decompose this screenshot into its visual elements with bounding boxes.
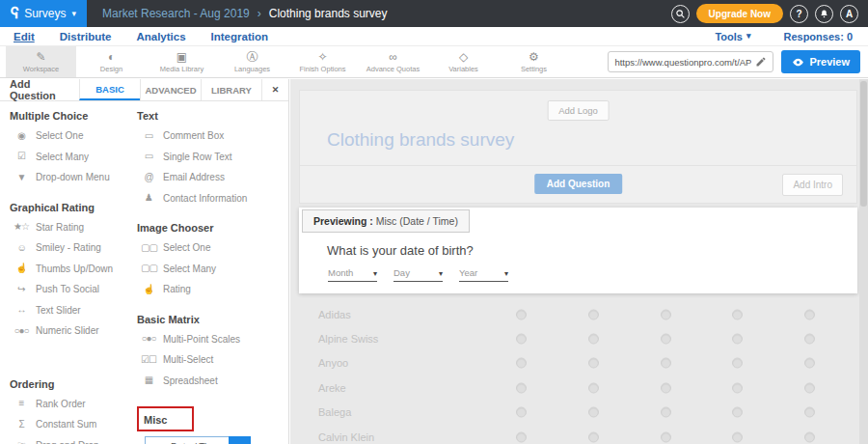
radio-button[interactable]: [588, 334, 599, 345]
question-type-label: Smiley - Rating: [36, 242, 101, 253]
toolbar-item-icon: ∞: [389, 51, 397, 63]
question-type-item[interactable]: ▦ Spreadsheet: [137, 371, 286, 392]
toolbar-item[interactable]: ✎ Workspace: [6, 46, 76, 77]
radio-button[interactable]: [516, 309, 527, 319]
nav-item[interactable]: Analytics: [136, 31, 185, 42]
add-question-button[interactable]: Add Question: [534, 174, 623, 194]
survey-header-card: Add Logo Clothing brands survey Add Ques…: [299, 90, 857, 204]
question-type-item[interactable]: ☞ Drag and Drop: [10, 435, 135, 444]
search-button[interactable]: [671, 5, 690, 23]
question-type-item[interactable]: ≡ Rank Order: [10, 394, 135, 415]
radio-button[interactable]: [804, 407, 815, 418]
radio-button[interactable]: [516, 382, 527, 393]
panel-tab[interactable]: LIBRARY: [201, 79, 261, 100]
preview-button[interactable]: Preview: [781, 50, 860, 73]
avatar[interactable]: A: [840, 5, 858, 23]
radio-button[interactable]: [588, 358, 599, 369]
radio-button[interactable]: [732, 431, 743, 442]
question-type-item[interactable]: ☝ Rating: [137, 279, 286, 300]
question-type-label: Email Address: [163, 172, 225, 182]
radio-button[interactable]: [588, 309, 599, 319]
panel-tab[interactable]: BASIC: [79, 79, 140, 100]
question-type-item[interactable]: Σ Constant Sum: [10, 414, 135, 435]
responses-count[interactable]: Responses: 0: [783, 31, 853, 42]
add-intro-button[interactable]: Add Intro: [782, 174, 843, 196]
question-type-item[interactable]: ☝ Thumbs Up/Down: [10, 259, 135, 280]
question-type-item[interactable]: ☑ Select Many: [10, 147, 135, 168]
nav-item[interactable]: Integration: [211, 31, 268, 42]
survey-url-field[interactable]: https://www.questionpro.com/t/APNrfZ: [608, 51, 773, 72]
radio-button[interactable]: [516, 334, 527, 345]
radio-button[interactable]: [804, 334, 815, 345]
toolbar-item[interactable]: ⚙ Settings: [499, 46, 569, 77]
survey-canvas: Add Logo Clothing brands survey Add Ques…: [290, 79, 868, 444]
radio-button[interactable]: [661, 334, 671, 345]
breadcrumb-folder[interactable]: Market Research - Aug 2019: [102, 7, 250, 20]
matrix-row-label: Adidas: [318, 309, 351, 320]
question-type-item[interactable]: ◉ Select One: [10, 125, 135, 147]
radio-button[interactable]: [661, 358, 671, 369]
tools-menu[interactable]: Tools ▾: [715, 31, 750, 42]
help-button[interactable]: ?: [790, 5, 808, 23]
radio-button[interactable]: [661, 309, 671, 319]
radio-button[interactable]: [732, 382, 743, 393]
question-type-item[interactable]: ○●○ Numeric Slider: [10, 320, 135, 342]
radio-button[interactable]: [732, 407, 743, 418]
radio-button[interactable]: [804, 382, 815, 393]
question-type-date-time[interactable]: ▦ Date / Time +: [145, 436, 251, 444]
radio-button[interactable]: [804, 309, 815, 319]
question-type-item[interactable]: ▢▢ Select Many: [137, 259, 286, 280]
question-type-item[interactable]: @ Email Address: [137, 167, 286, 188]
close-icon[interactable]: ✕: [261, 79, 288, 100]
radio-button[interactable]: [661, 382, 671, 393]
question-type-item[interactable]: ↪ Push To Social: [10, 279, 135, 300]
toolbar-item[interactable]: ∞ Advance Quotas: [358, 46, 428, 77]
question-type-item[interactable]: ♟ Contact Information: [137, 188, 286, 209]
questionpro-logo-icon: Ꭾ: [11, 6, 18, 21]
notifications-button[interactable]: [815, 5, 833, 23]
surveys-menu[interactable]: Ꭾ Surveys ▾: [0, 0, 87, 27]
date-dropdown[interactable]: Year ▾: [459, 267, 508, 282]
radio-button[interactable]: [804, 358, 815, 369]
question-type-item[interactable]: ○●○ Multi-Point Scales: [137, 329, 286, 350]
radio-button[interactable]: [661, 431, 671, 442]
radio-button[interactable]: [732, 334, 743, 345]
radio-button[interactable]: [516, 407, 527, 418]
radio-button[interactable]: [804, 431, 815, 442]
question-type-item[interactable]: ☺ Smiley - Rating: [10, 237, 135, 259]
survey-title[interactable]: Clothing brands survey: [327, 129, 514, 151]
radio-button[interactable]: [516, 431, 527, 442]
question-type-item[interactable]: ▢▢ Select One: [137, 237, 286, 259]
question-type-item[interactable]: ▭ Single Row Text: [137, 147, 286, 168]
radio-button[interactable]: [661, 407, 671, 418]
upgrade-now-button[interactable]: Upgrade Now: [696, 4, 783, 23]
toolbar-item[interactable]: ✧ Finish Options: [287, 46, 358, 77]
radio-button[interactable]: [732, 309, 743, 319]
question-type-item[interactable]: ↔ Text Slider: [10, 300, 135, 321]
date-dropdown[interactable]: Month ▾: [328, 267, 377, 282]
question-types-column-1: Multiple Choice ◉ Select One ☑ Select Ma…: [10, 102, 135, 444]
date-dropdown[interactable]: Day ▾: [393, 267, 443, 282]
radio-button[interactable]: [588, 382, 599, 393]
radio-button[interactable]: [588, 431, 599, 442]
radio-button[interactable]: [732, 358, 743, 369]
radio-button[interactable]: [516, 358, 527, 369]
radio-button[interactable]: [588, 407, 599, 418]
toolbar-item[interactable]: ▣ Media Library: [147, 46, 217, 77]
question-type-item[interactable]: ▼ Drop-down Menu: [10, 167, 135, 188]
nav-item[interactable]: Edit: [14, 31, 35, 42]
nav-item[interactable]: Distribute: [60, 31, 112, 42]
scrollbar[interactable]: [859, 79, 868, 444]
toolbar-item[interactable]: ◐ Design: [76, 46, 147, 77]
question-type-item[interactable]: ☑☐ Multi-Select: [137, 349, 286, 371]
question-type-item[interactable]: ★☆ Star Rating: [10, 217, 135, 238]
question-type-item[interactable]: ▭ Comment Box: [137, 125, 286, 147]
toolbar-item[interactable]: Ⓐ Languages: [217, 46, 287, 77]
panel-tab[interactable]: ADVANCED: [140, 79, 201, 100]
toolbar-item[interactable]: ◇ Variables: [428, 46, 499, 77]
add-date-time-button[interactable]: +: [229, 436, 251, 444]
question-type-icon: ▭: [141, 152, 156, 161]
toolbar-item-label: Media Library: [160, 65, 203, 73]
add-logo-button[interactable]: Add Logo: [547, 100, 610, 121]
scrollbar-thumb[interactable]: [860, 81, 867, 207]
